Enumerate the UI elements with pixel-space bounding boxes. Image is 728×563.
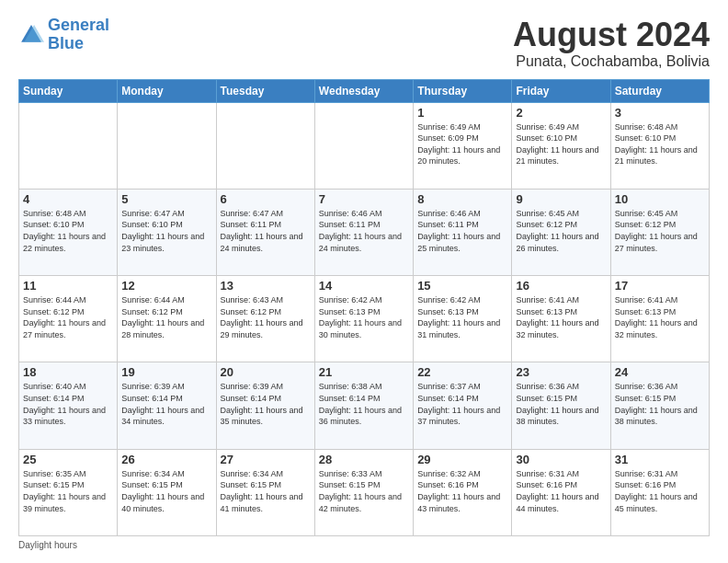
calendar-cell: 10Sunrise: 6:45 AM Sunset: 6:12 PM Dayli… [610,189,709,275]
calendar-cell: 13Sunrise: 6:43 AM Sunset: 6:12 PM Dayli… [216,276,314,362]
calendar-week-row: 1Sunrise: 6:49 AM Sunset: 6:09 PM Daylig… [19,102,710,189]
day-number: 8 [417,192,507,206]
calendar-cell: 29Sunrise: 6:32 AM Sunset: 6:16 PM Dayli… [414,449,512,535]
day-number: 30 [516,453,606,466]
calendar-day-header: Friday [512,79,610,102]
day-info: Sunrise: 6:44 AM Sunset: 6:12 PM Dayligh… [121,294,211,340]
day-info: Sunrise: 6:39 AM Sunset: 6:14 PM Dayligh… [121,381,211,427]
day-number: 6 [221,192,311,206]
calendar-table: SundayMondayTuesdayWednesdayThursdayFrid… [18,79,710,536]
day-info: Sunrise: 6:36 AM Sunset: 6:15 PM Dayligh… [516,381,606,427]
day-number: 21 [319,365,409,379]
day-number: 19 [121,365,211,379]
day-info: Sunrise: 6:42 AM Sunset: 6:13 PM Dayligh… [417,294,507,340]
day-info: Sunrise: 6:47 AM Sunset: 6:10 PM Dayligh… [121,208,211,254]
day-info: Sunrise: 6:38 AM Sunset: 6:14 PM Dayligh… [319,381,409,427]
calendar-day-header: Monday [118,79,216,102]
day-number: 10 [615,192,705,206]
logo: General Blue [18,17,109,53]
calendar-week-row: 18Sunrise: 6:40 AM Sunset: 6:14 PM Dayli… [19,362,710,449]
calendar-cell: 14Sunrise: 6:42 AM Sunset: 6:13 PM Dayli… [314,276,413,362]
calendar-cell: 17Sunrise: 6:41 AM Sunset: 6:13 PM Dayli… [610,276,709,362]
calendar-cell: 21Sunrise: 6:38 AM Sunset: 6:14 PM Dayli… [314,362,413,449]
footer-note: Daylight hours [18,540,710,550]
calendar-cell: 7Sunrise: 6:46 AM Sunset: 6:11 PM Daylig… [314,189,413,275]
day-number: 9 [516,192,606,206]
calendar-cell: 24Sunrise: 6:36 AM Sunset: 6:15 PM Dayli… [610,362,709,449]
logo-icon [18,22,44,48]
logo-text: General Blue [48,17,109,53]
calendar-cell: 22Sunrise: 6:37 AM Sunset: 6:14 PM Dayli… [414,362,512,449]
calendar-cell: 4Sunrise: 6:48 AM Sunset: 6:10 PM Daylig… [19,189,118,275]
day-info: Sunrise: 6:48 AM Sunset: 6:10 PM Dayligh… [23,208,113,254]
calendar-cell: 6Sunrise: 6:47 AM Sunset: 6:11 PM Daylig… [216,189,314,275]
day-info: Sunrise: 6:35 AM Sunset: 6:15 PM Dayligh… [23,468,113,514]
calendar-cell: 19Sunrise: 6:39 AM Sunset: 6:14 PM Dayli… [118,362,216,449]
day-info: Sunrise: 6:39 AM Sunset: 6:14 PM Dayligh… [221,381,311,427]
day-info: Sunrise: 6:45 AM Sunset: 6:12 PM Dayligh… [615,208,705,254]
day-info: Sunrise: 6:31 AM Sunset: 6:16 PM Dayligh… [615,468,705,514]
day-number: 7 [319,192,409,206]
day-info: Sunrise: 6:40 AM Sunset: 6:14 PM Dayligh… [23,381,113,427]
calendar-cell: 5Sunrise: 6:47 AM Sunset: 6:10 PM Daylig… [118,189,216,275]
page: General Blue August 2024 Punata, Cochaba… [0,0,728,563]
day-number: 22 [417,365,507,379]
day-number: 27 [221,453,311,466]
calendar-cell: 25Sunrise: 6:35 AM Sunset: 6:15 PM Dayli… [19,449,118,535]
day-number: 3 [615,106,705,120]
day-info: Sunrise: 6:49 AM Sunset: 6:09 PM Dayligh… [417,121,507,167]
calendar-cell: 8Sunrise: 6:46 AM Sunset: 6:11 PM Daylig… [414,189,512,275]
day-info: Sunrise: 6:37 AM Sunset: 6:14 PM Dayligh… [417,381,507,427]
day-info: Sunrise: 6:42 AM Sunset: 6:13 PM Dayligh… [319,294,409,340]
calendar-header-row: SundayMondayTuesdayWednesdayThursdayFrid… [19,79,710,102]
calendar-cell [118,102,216,189]
calendar-cell [314,102,413,189]
calendar-week-row: 25Sunrise: 6:35 AM Sunset: 6:15 PM Dayli… [19,449,710,535]
day-number: 17 [615,279,705,293]
calendar-week-row: 11Sunrise: 6:44 AM Sunset: 6:12 PM Dayli… [19,276,710,362]
day-number: 20 [221,365,311,379]
day-info: Sunrise: 6:46 AM Sunset: 6:11 PM Dayligh… [319,208,409,254]
day-info: Sunrise: 6:49 AM Sunset: 6:10 PM Dayligh… [516,121,606,167]
day-number: 5 [121,192,211,206]
day-number: 1 [417,106,507,120]
day-number: 14 [319,279,409,293]
day-number: 24 [615,365,705,379]
calendar-cell: 18Sunrise: 6:40 AM Sunset: 6:14 PM Dayli… [19,362,118,449]
calendar-cell: 28Sunrise: 6:33 AM Sunset: 6:15 PM Dayli… [314,449,413,535]
day-number: 12 [121,279,211,293]
header: General Blue August 2024 Punata, Cochaba… [18,17,710,70]
calendar-cell: 2Sunrise: 6:49 AM Sunset: 6:10 PM Daylig… [512,102,610,189]
day-number: 25 [23,453,113,466]
calendar-day-header: Thursday [414,79,512,102]
day-info: Sunrise: 6:44 AM Sunset: 6:12 PM Dayligh… [23,294,113,340]
subtitle: Punata, Cochabamba, Bolivia [513,53,710,70]
day-number: 13 [221,279,311,293]
day-number: 18 [23,365,113,379]
day-info: Sunrise: 6:46 AM Sunset: 6:11 PM Dayligh… [417,208,507,254]
day-info: Sunrise: 6:32 AM Sunset: 6:16 PM Dayligh… [417,468,507,514]
day-info: Sunrise: 6:45 AM Sunset: 6:12 PM Dayligh… [516,208,606,254]
calendar-cell: 11Sunrise: 6:44 AM Sunset: 6:12 PM Dayli… [19,276,118,362]
day-info: Sunrise: 6:41 AM Sunset: 6:13 PM Dayligh… [516,294,606,340]
day-info: Sunrise: 6:36 AM Sunset: 6:15 PM Dayligh… [615,381,705,427]
calendar-cell [216,102,314,189]
calendar-cell: 1Sunrise: 6:49 AM Sunset: 6:09 PM Daylig… [414,102,512,189]
day-info: Sunrise: 6:47 AM Sunset: 6:11 PM Dayligh… [221,208,311,254]
calendar-cell: 30Sunrise: 6:31 AM Sunset: 6:16 PM Dayli… [512,449,610,535]
day-info: Sunrise: 6:34 AM Sunset: 6:15 PM Dayligh… [121,468,211,514]
day-number: 29 [417,453,507,466]
day-number: 4 [23,192,113,206]
day-number: 26 [121,453,211,466]
calendar-day-header: Saturday [610,79,709,102]
calendar-cell: 31Sunrise: 6:31 AM Sunset: 6:16 PM Dayli… [610,449,709,535]
day-number: 23 [516,365,606,379]
day-number: 15 [417,279,507,293]
day-number: 11 [23,279,113,293]
calendar-cell: 15Sunrise: 6:42 AM Sunset: 6:13 PM Dayli… [414,276,512,362]
day-info: Sunrise: 6:34 AM Sunset: 6:15 PM Dayligh… [221,468,311,514]
title-block: August 2024 Punata, Cochabamba, Bolivia [513,17,710,70]
calendar-cell: 20Sunrise: 6:39 AM Sunset: 6:14 PM Dayli… [216,362,314,449]
day-number: 2 [516,106,606,120]
day-info: Sunrise: 6:31 AM Sunset: 6:16 PM Dayligh… [516,468,606,514]
